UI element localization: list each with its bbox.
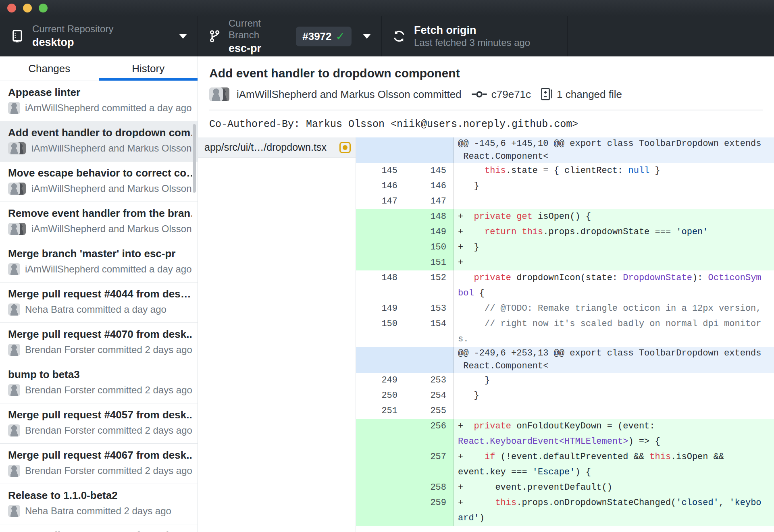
- new-line-number: 151: [405, 255, 454, 270]
- commit-detail: Add event handler to dropdown component …: [198, 56, 774, 532]
- code-line: + this.props.onDropdownStateChanged('clo…: [454, 495, 774, 526]
- pr-check-passed-icon: ✓: [336, 30, 345, 43]
- old-line-number: [356, 347, 405, 373]
- old-line-number: 249: [356, 373, 405, 388]
- old-line-number: [356, 224, 405, 240]
- changed-files-count: 1 changed file: [557, 88, 622, 101]
- commit-byline-text: iAmWillShepherd and Markus Olsson…: [31, 143, 192, 154]
- diff-line: 149+ return this.props.dropdownState ===…: [356, 224, 774, 240]
- code-line: private dropdownIcon(state: DropdownStat…: [454, 270, 774, 301]
- commit-summary: Merge branch 'master' into esc-pr: [8, 247, 192, 260]
- old-line-number: [356, 240, 405, 255]
- git-branch-icon: [208, 29, 221, 43]
- close-window-button[interactable]: [7, 4, 16, 12]
- commit-byline: Brendan Forster committed 2 days ago: [8, 424, 192, 436]
- old-line-number: 148: [356, 270, 405, 301]
- repo-icon: [10, 29, 24, 43]
- old-line-number: [356, 209, 405, 224]
- commit-byline: Neha Batra committed a day ago: [8, 303, 192, 316]
- chevron-down-icon: [179, 34, 187, 39]
- commit-list-item[interactable]: Merge pull request #4067 from desk..Bren…: [0, 444, 198, 484]
- fetch-origin-title: Fetch origin: [414, 24, 530, 37]
- avatar: [8, 142, 20, 154]
- old-line-number: 251: [356, 403, 405, 419]
- commit-summary: bump to beta3: [8, 368, 192, 381]
- commit-list-item[interactable]: Add event handler to dropdown com…iAmWil…: [0, 121, 198, 162]
- code-line: }: [454, 179, 774, 194]
- commit-list-item[interactable]: Merge pull request #4073 from des…: [0, 524, 198, 532]
- commit-list-item[interactable]: Release to 1.1.0-beta2Neha Batra committ…: [0, 484, 198, 524]
- new-line-number: 258: [405, 480, 454, 495]
- code-line: @@ -145,6 +145,10 @@ export class Toolba…: [454, 137, 774, 163]
- commit-title: Add event handler to dropdown component: [209, 66, 763, 81]
- new-line-number: 149: [405, 224, 454, 240]
- new-line-number: 146: [405, 179, 454, 194]
- minimize-window-button[interactable]: [23, 4, 32, 12]
- commit-list-item[interactable]: Appease linteriAmWillShepherd committed …: [0, 81, 198, 121]
- diff-hunk-header: @@ -145,6 +145,10 @@ export class Toolba…: [356, 137, 774, 163]
- commit-byline-text: iAmWillShepherd and Markus Olsson…: [31, 183, 192, 194]
- commit-summary: Merge pull request #4070 from desk..: [8, 328, 192, 341]
- new-line-number: [405, 347, 454, 373]
- code-line: }: [454, 373, 774, 388]
- tab-changes[interactable]: Changes: [0, 56, 99, 81]
- code-line: [454, 403, 774, 419]
- avatar: [8, 505, 20, 517]
- commit-list-item[interactable]: bump to beta3Brendan Forster committed 2…: [0, 363, 198, 403]
- file-list-item[interactable]: app/src/ui/t…/dropdown.tsx: [198, 137, 356, 158]
- commit-byline: iAmWillShepherd and Markus Olsson…: [8, 223, 192, 235]
- commit-sha: c79e71c: [491, 88, 531, 101]
- titlebar: [0, 0, 774, 16]
- commit-summary: Remove event handler from the bran…: [8, 207, 192, 220]
- commit-byline-text: Brendan Forster committed 2 days ago: [25, 465, 192, 476]
- commit-list-item[interactable]: Move escape behavior to correct co…iAmWi…: [0, 162, 198, 202]
- commit-list-item[interactable]: Merge pull request #4044 from des…Neha B…: [0, 283, 198, 323]
- diff-line: 250254 }: [356, 388, 774, 403]
- diff-line: 148152 private dropdownIcon(state: Dropd…: [356, 270, 774, 301]
- zoom-window-button[interactable]: [39, 4, 48, 12]
- commit-list-item[interactable]: Merge pull request #4057 from desk..Bren…: [0, 403, 198, 444]
- diff-line: 146146 }: [356, 179, 774, 194]
- new-line-number: 255: [405, 403, 454, 419]
- commit-list-item[interactable]: Merge pull request #4070 from desk..Bren…: [0, 323, 198, 363]
- file-path: app/src/ui/t…/dropdown.tsx: [204, 141, 339, 153]
- avatar-stack: [8, 142, 27, 154]
- git-commit-icon: [471, 89, 487, 100]
- old-line-number: [356, 449, 405, 480]
- commit-byline-text: Brendan Forster committed 2 days ago: [25, 384, 192, 396]
- current-branch-button[interactable]: Current Branch esc-pr #3972 ✓: [198, 16, 382, 56]
- pull-request-badge[interactable]: #3972 ✓: [296, 27, 352, 46]
- old-line-number: [356, 480, 405, 495]
- commit-list-item[interactable]: Merge branch 'master' into esc-priAmWill…: [0, 242, 198, 283]
- commit-byline: iAmWillShepherd committed a day ago: [8, 102, 192, 114]
- old-line-number: 147: [356, 194, 405, 209]
- new-line-number: 150: [405, 240, 454, 255]
- diff-line: 249253 }: [356, 373, 774, 388]
- committer-avatars: [209, 87, 230, 101]
- avatar: [8, 102, 20, 114]
- old-line-number: [356, 495, 405, 526]
- commit-byline-text: Brendan Forster committed 2 days ago: [25, 425, 192, 436]
- avatar: [8, 424, 20, 436]
- current-repository-button[interactable]: Current Repository desktop: [0, 16, 198, 56]
- sidebar-scrollbar-thumb[interactable]: [193, 124, 196, 193]
- diff-hunk-header: @@ -249,6 +253,13 @@ export class Toolba…: [356, 347, 774, 373]
- code-line: [454, 194, 774, 209]
- commit-byline-text: iAmWillShepherd committed a day ago: [25, 264, 192, 275]
- committers-text: iAmWillShepherd and Markus Olsson commit…: [237, 88, 462, 101]
- github-desktop-window: { "colors": { "accent_blue": "#1371e0", …: [0, 0, 774, 532]
- new-line-number: 154: [405, 316, 454, 347]
- commit-list-item[interactable]: Remove event handler from the bran…iAmWi…: [0, 202, 198, 242]
- diff-view: @@ -145,6 +145,10 @@ export class Toolba…: [356, 137, 774, 532]
- code-line: // @TODO: Remake triangle octicon in a 1…: [454, 301, 774, 316]
- avatar: [209, 87, 223, 101]
- commit-list: Appease linteriAmWillShepherd committed …: [0, 81, 198, 532]
- diff-line: 251255: [356, 403, 774, 419]
- tab-history[interactable]: History: [99, 56, 198, 81]
- fetch-origin-button[interactable]: Fetch origin Last fetched 3 minutes ago: [382, 16, 568, 56]
- new-line-number: [405, 137, 454, 163]
- sidebar-tabbar: Changes History: [0, 56, 198, 81]
- commit-byline: Brendan Forster committed 2 days ago: [8, 384, 192, 396]
- code-line: + return this.props.dropdownState === 'o…: [454, 224, 774, 240]
- current-branch-value: esc-pr: [229, 42, 282, 55]
